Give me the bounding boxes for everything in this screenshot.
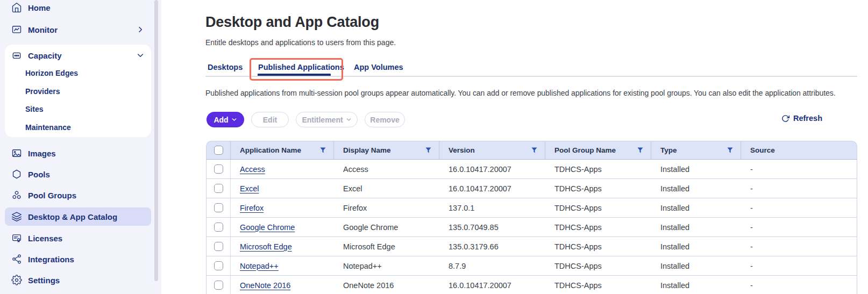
sidebar-item-label: Images <box>28 149 56 158</box>
remove-button[interactable]: Remove <box>365 112 405 127</box>
column-header-pool-group-name[interactable]: Pool Group Name <box>545 141 651 159</box>
monitor-icon <box>11 24 22 35</box>
chevron-right-icon <box>136 25 145 34</box>
edit-button-label: Edit <box>263 116 277 124</box>
application-name-cell: OneNote 2016 <box>231 276 334 294</box>
column-label: Display Name <box>343 146 391 154</box>
tab-app-volumes[interactable]: App Volumes <box>354 63 403 71</box>
display-name-cell: Notepad++ <box>334 256 439 275</box>
sidebar-item-label: Capacity <box>28 51 62 60</box>
sidebar-subitem-label: Sites <box>25 105 43 113</box>
filter-icon[interactable] <box>425 147 431 153</box>
tabs-divider <box>205 76 857 77</box>
row-select-cell <box>207 218 231 236</box>
application-name-cell: Excel <box>231 179 334 198</box>
sidebar-item-label: Home <box>28 3 51 12</box>
column-header-application-name[interactable]: Application Name <box>231 141 334 159</box>
licenses-icon <box>11 233 22 243</box>
edit-button[interactable]: Edit <box>251 112 289 127</box>
source-cell: - <box>741 276 857 294</box>
filter-icon[interactable] <box>637 147 643 153</box>
application-link[interactable]: Notepad++ <box>240 262 279 270</box>
add-button-label: Add <box>214 116 228 124</box>
application-link[interactable]: Microsoft Edge <box>240 242 292 251</box>
application-link[interactable]: Firefox <box>240 204 264 212</box>
chevron-down-icon <box>346 117 352 123</box>
display-name-cell: Access <box>334 160 439 178</box>
sidebar-subitem-providers[interactable]: Providers <box>5 84 151 99</box>
sidebar-subitem-sites[interactable]: Sites <box>5 102 151 117</box>
tab-desktops[interactable]: Desktops <box>208 63 243 71</box>
display-name-cell: Excel <box>334 179 439 198</box>
pool-group-cell: TDHCS-Apps <box>545 237 651 256</box>
add-button[interactable]: Add <box>207 112 244 127</box>
type-cell: Installed <box>651 179 741 198</box>
application-link[interactable]: OneNote 2016 <box>240 281 290 290</box>
entitlement-button-label: Entitlement <box>302 116 343 124</box>
row-checkbox[interactable] <box>214 203 223 212</box>
row-checkbox[interactable] <box>214 242 223 251</box>
filter-icon[interactable] <box>727 147 733 153</box>
table-row: Access Access 16.0.10417.20007 TDHCS-App… <box>206 160 857 179</box>
source-cell: - <box>741 256 857 275</box>
pool-group-cell: TDHCS-Apps <box>545 179 651 198</box>
page-description: Published applications from multi-sessio… <box>205 89 836 97</box>
row-select-cell <box>207 198 231 217</box>
sidebar-item-settings[interactable]: Settings <box>5 271 151 289</box>
application-name-cell: Microsoft Edge <box>231 237 334 256</box>
sidebar-item-capacity[interactable]: Capacity <box>5 47 151 64</box>
table-header-row: Application Name Display Name Version Po… <box>206 141 857 160</box>
application-link[interactable]: Access <box>240 165 265 174</box>
sidebar-item-licenses[interactable]: Licenses <box>5 230 151 247</box>
row-checkbox[interactable] <box>214 281 223 290</box>
row-select-cell <box>207 160 231 178</box>
entitlement-button[interactable]: Entitlement <box>296 112 358 127</box>
table-row: Firefox Firefox 137.0.1 TDHCS-Apps Insta… <box>206 198 857 218</box>
sidebar-item-label: Integrations <box>28 255 74 264</box>
sidebar-item-home[interactable]: Home <box>5 0 151 16</box>
column-header-display-name[interactable]: Display Name <box>334 141 439 159</box>
column-header-version[interactable]: Version <box>439 141 545 159</box>
column-header-type[interactable]: Type <box>651 141 741 159</box>
integrations-icon <box>11 254 22 264</box>
row-checkbox[interactable] <box>214 261 223 270</box>
refresh-icon <box>781 114 789 123</box>
column-label: Pool Group Name <box>554 146 616 154</box>
application-link[interactable]: Google Chrome <box>240 223 295 232</box>
sidebar-item-monitor[interactable]: Monitor <box>5 21 151 38</box>
version-cell: 8.7.9 <box>439 256 545 275</box>
applications-table: Application Name Display Name Version Po… <box>206 141 857 294</box>
sidebar-item-integrations[interactable]: Integrations <box>5 250 151 268</box>
pool-group-cell: TDHCS-Apps <box>545 160 651 178</box>
home-icon <box>11 2 22 13</box>
sidebar-subitem-horizon-edges[interactable]: Horizon Edges <box>5 66 151 81</box>
display-name-cell: Microsoft Edge <box>334 237 439 256</box>
display-name-cell: Google Chrome <box>334 218 439 236</box>
row-select-cell <box>207 276 231 294</box>
gear-icon <box>11 275 22 285</box>
type-cell: Installed <box>651 218 741 236</box>
application-name-cell: Firefox <box>231 198 334 217</box>
version-cell: 135.0.7049.85 <box>439 218 545 236</box>
row-select-cell <box>207 179 231 198</box>
refresh-label: Refresh <box>793 114 822 123</box>
sidebar-item-pools[interactable]: Pools <box>5 166 151 183</box>
page-title: Desktop and App Catalog <box>205 14 379 31</box>
sidebar-item-images[interactable]: Images <box>5 145 151 162</box>
sidebar-item-desktop-app-catalog[interactable]: Desktop & App Catalog <box>5 207 151 226</box>
sidebar-subitem-maintenance[interactable]: Maintenance <box>5 120 151 135</box>
sidebar-scrollbar[interactable] <box>154 0 158 281</box>
application-link[interactable]: Excel <box>240 184 259 193</box>
row-checkbox[interactable] <box>214 164 223 174</box>
select-all-checkbox[interactable] <box>214 146 223 155</box>
application-name-cell: Notepad++ <box>231 256 334 275</box>
row-checkbox[interactable] <box>214 184 223 193</box>
sidebar-item-pool-groups[interactable]: Pool Groups <box>5 187 151 204</box>
tab-published-applications[interactable]: Published Applications <box>258 63 344 71</box>
pool-groups-icon <box>11 190 22 200</box>
row-checkbox[interactable] <box>214 223 223 232</box>
sidebar-subitem-label: Maintenance <box>25 123 71 132</box>
filter-icon[interactable] <box>531 147 537 153</box>
filter-icon[interactable] <box>320 147 326 153</box>
refresh-button[interactable]: Refresh <box>781 114 822 123</box>
